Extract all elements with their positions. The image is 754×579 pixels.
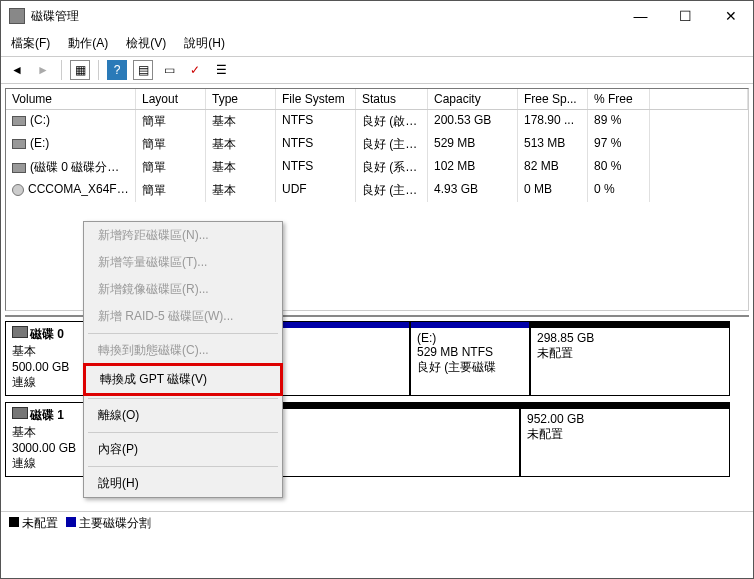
- partition[interactable]: 298.85 GB未配置: [530, 321, 730, 396]
- menu-properties[interactable]: 內容(P): [84, 436, 282, 463]
- volume-icon: [12, 116, 26, 126]
- disk-type: 基本: [12, 425, 36, 439]
- menu-convert-gpt[interactable]: 轉換成 GPT 磁碟(V): [83, 363, 283, 396]
- volume-icon: [12, 139, 26, 149]
- volume-icon: [12, 163, 26, 173]
- partition[interactable]: (E:)529 MB NTFS良好 (主要磁碟: [410, 321, 530, 396]
- disk-size: 500.00 GB: [12, 360, 69, 374]
- menu-offline[interactable]: 離線(O): [84, 402, 282, 429]
- partition[interactable]: 952.00 GB未配置: [520, 402, 730, 477]
- legend-primary: 主要磁碟分割: [66, 515, 151, 532]
- menu-action[interactable]: 動作(A): [66, 33, 110, 54]
- disk-icon[interactable]: ▭: [159, 60, 179, 80]
- col-type[interactable]: Type: [206, 89, 276, 109]
- menu-help[interactable]: 說明(H): [84, 470, 282, 497]
- col-volume[interactable]: Volume: [6, 89, 136, 109]
- disk-size: 3000.00 GB: [12, 441, 76, 455]
- menu-new-striped[interactable]: 新增等量磁碟區(T)...: [84, 249, 282, 276]
- window-title: 磁碟管理: [31, 8, 618, 25]
- list-icon[interactable]: ☰: [211, 60, 231, 80]
- menu-file[interactable]: 檔案(F): [9, 33, 52, 54]
- disk-type: 基本: [12, 344, 36, 358]
- panel-button[interactable]: ▤: [133, 60, 153, 80]
- divider: [61, 60, 62, 80]
- disk-management-window: 磁碟管理 — ☐ ✕ 檔案(F) 動作(A) 檢視(V) 說明(H) ◄ ► ▦…: [0, 0, 754, 579]
- col-status[interactable]: Status: [356, 89, 428, 109]
- titlebar: 磁碟管理 — ☐ ✕: [1, 1, 753, 31]
- col-layout[interactable]: Layout: [136, 89, 206, 109]
- column-headers: Volume Layout Type File System Status Ca…: [6, 89, 748, 110]
- separator: [88, 466, 278, 467]
- help-icon[interactable]: ?: [107, 60, 127, 80]
- disk-icon: [12, 407, 28, 419]
- legend-swatch-black: [9, 517, 19, 527]
- menu-convert-dynamic[interactable]: 轉換到動態磁碟(C)...: [84, 337, 282, 364]
- app-icon: [9, 8, 25, 24]
- cd-icon: [12, 184, 24, 196]
- separator: [88, 432, 278, 433]
- disk-name: 磁碟 1: [30, 408, 64, 422]
- context-menu: 新增跨距磁碟區(N)... 新增等量磁碟區(T)... 新增鏡像磁碟區(R)..…: [83, 221, 283, 498]
- legend-unallocated: 未配置: [9, 515, 58, 532]
- menu-new-spanned[interactable]: 新增跨距磁碟區(N)...: [84, 222, 282, 249]
- table-row[interactable]: CCCOMA_X64FR...簡單基本UDF良好 (主要...4.93 GB0 …: [6, 179, 748, 202]
- table-row[interactable]: (磁碟 0 磁碟分割 1)簡單基本NTFS良好 (系統...102 MB82 M…: [6, 156, 748, 179]
- window-buttons: — ☐ ✕: [618, 1, 753, 31]
- menubar: 檔案(F) 動作(A) 檢視(V) 說明(H): [1, 31, 753, 56]
- menu-new-raid5[interactable]: 新增 RAID-5 磁碟區(W)...: [84, 303, 282, 330]
- col-spacer: [650, 89, 748, 109]
- separator: [88, 398, 278, 399]
- disk-icon: [12, 326, 28, 338]
- toolbar: ◄ ► ▦ ? ▤ ▭ ✓ ☰: [1, 56, 753, 84]
- view-button[interactable]: ▦: [70, 60, 90, 80]
- col-capacity[interactable]: Capacity: [428, 89, 518, 109]
- close-button[interactable]: ✕: [708, 1, 753, 31]
- disk-name: 磁碟 0: [30, 327, 64, 341]
- minimize-button[interactable]: —: [618, 1, 663, 31]
- menu-view[interactable]: 檢視(V): [124, 33, 168, 54]
- separator: [88, 333, 278, 334]
- legend: 未配置 主要磁碟分割: [1, 511, 753, 535]
- table-row[interactable]: (C:)簡單基本NTFS良好 (啟動...200.53 GB178.90 ...…: [6, 110, 748, 133]
- disk-status: 連線: [12, 456, 36, 470]
- disk-status: 連線: [12, 375, 36, 389]
- legend-swatch-blue: [66, 517, 76, 527]
- maximize-button[interactable]: ☐: [663, 1, 708, 31]
- back-button[interactable]: ◄: [7, 60, 27, 80]
- col-pctfree[interactable]: % Free: [588, 89, 650, 109]
- col-filesystem[interactable]: File System: [276, 89, 356, 109]
- menu-new-mirror[interactable]: 新增鏡像磁碟區(R)...: [84, 276, 282, 303]
- table-row[interactable]: (E:)簡單基本NTFS良好 (主要...529 MB513 MB97 %: [6, 133, 748, 156]
- forward-button[interactable]: ►: [33, 60, 53, 80]
- divider: [98, 60, 99, 80]
- menu-help[interactable]: 說明(H): [182, 33, 227, 54]
- check-icon[interactable]: ✓: [185, 60, 205, 80]
- col-free[interactable]: Free Sp...: [518, 89, 588, 109]
